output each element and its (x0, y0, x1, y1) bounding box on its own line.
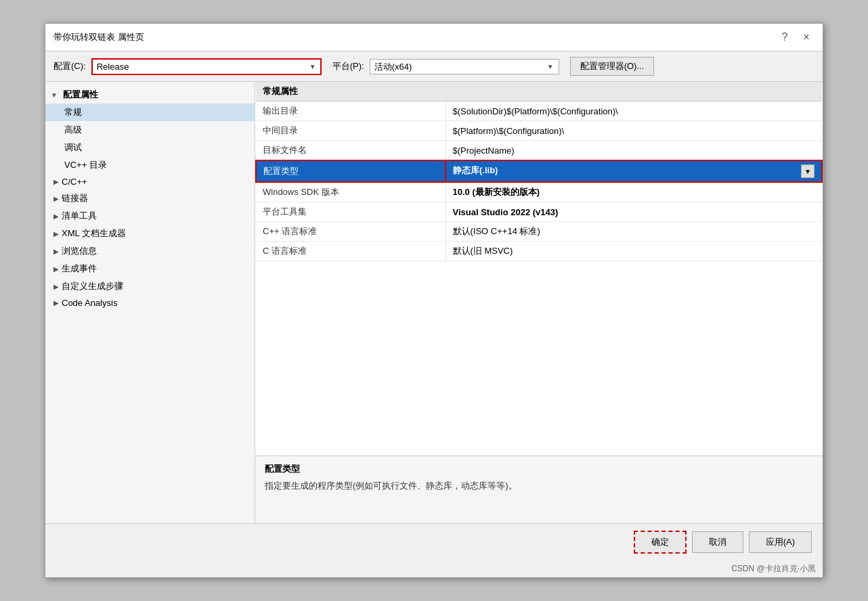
prop-value-sdk-version: 10.0 (最新安装的版本) (446, 182, 822, 202)
title-bar: 带你玩转双链表 属性页 ? × (45, 24, 823, 51)
prop-name-platform-toolset: 平台工具集 (256, 202, 446, 222)
left-panel: 配置属性 常规 高级 调试 VC++ 目录 C/C++ 链接器 清单工具 XML… (45, 82, 255, 523)
prop-row-intermediate-dir[interactable]: 中间目录 $(Platform)\$(Configuration)\ (256, 121, 822, 141)
desc-text: 指定要生成的程序类型(例如可执行文件、静态库，动态库等等)。 (265, 479, 813, 493)
build-events-expand-icon (53, 265, 59, 273)
prop-name-c-standard: C 语言标准 (256, 242, 446, 261)
tree-group-browse-label: 浏览信息 (62, 245, 97, 257)
tree-group-linker[interactable]: 链接器 (45, 190, 255, 207)
tree-group-custom-build-label: 自定义生成步骤 (62, 280, 123, 292)
prop-name-target-name: 目标文件名 (256, 141, 446, 161)
tree-group-build-events[interactable]: 生成事件 (45, 260, 255, 277)
custom-build-expand-icon (53, 283, 59, 290)
xml-expand-icon (53, 230, 59, 238)
prop-value-config-type: 静态库(.lib) ▼ (446, 160, 822, 182)
watermark: CSDN @卡拉肖克·小黑 (45, 560, 823, 577)
prop-value-target-name: $(ProjectName) (446, 141, 822, 161)
prop-value-platform-toolset: Visual Studio 2022 (v143) (446, 202, 822, 222)
prop-name-output-dir: 输出目录 (256, 102, 446, 121)
tree-group-browse[interactable]: 浏览信息 (45, 242, 255, 260)
prop-name-intermediate-dir: 中间目录 (256, 121, 446, 141)
description-panel: 配置类型 指定要生成的程序类型(例如可执行文件、静态库，动态库等等)。 (255, 455, 823, 523)
tree-section-header[interactable]: 配置属性 (45, 86, 255, 104)
main-content: 配置属性 常规 高级 调试 VC++ 目录 C/C++ 链接器 清单工具 XML… (45, 82, 823, 523)
tree-item-general[interactable]: 常规 (45, 104, 255, 121)
help-button[interactable]: ? (777, 29, 793, 45)
prop-value-output-dir: $(SolutionDir)$(Platform)\$(Configuratio… (446, 102, 822, 121)
tree-item-advanced[interactable]: 高级 (45, 121, 255, 139)
property-dialog: 带你玩转双链表 属性页 ? × 配置(C): Release 平台(P): 活动… (45, 23, 823, 578)
tree-group-cpp[interactable]: C/C++ (45, 174, 255, 190)
tree-group-linker-label: 链接器 (62, 192, 88, 204)
platform-select-wrapper: 活动(x64) (370, 59, 559, 74)
prop-row-cpp-standard[interactable]: C++ 语言标准 默认(ISO C++14 标准) (256, 222, 822, 242)
tree-group-xml-label: XML 文档生成器 (62, 227, 126, 240)
code-analysis-expand-icon (53, 299, 59, 307)
prop-value-c-standard: 默认(旧 MSVC) (446, 242, 822, 261)
button-row: 确定 取消 应用(A) (45, 523, 823, 560)
apply-button[interactable]: 应用(A) (749, 531, 812, 553)
right-panel: 常规属性 输出目录 $(SolutionDir)$(Platform)\$(Co… (255, 82, 823, 523)
tree-group-code-analysis-label: Code Analysis (62, 298, 117, 308)
tree-group-build-events-label: 生成事件 (62, 263, 97, 275)
prop-row-sdk-version[interactable]: Windows SDK 版本 10.0 (最新安装的版本) (256, 182, 822, 202)
close-button[interactable]: × (798, 29, 815, 45)
prop-row-c-standard[interactable]: C 语言标准 默认(旧 MSVC) (256, 242, 822, 261)
property-table: 常规属性 输出目录 $(SolutionDir)$(Platform)\$(Co… (255, 82, 823, 261)
prop-row-platform-toolset[interactable]: 平台工具集 Visual Studio 2022 (v143) (256, 202, 822, 222)
browse-expand-icon (53, 248, 59, 255)
tree-group-manifest[interactable]: 清单工具 (45, 207, 255, 225)
cpp-expand-icon (53, 178, 59, 185)
prop-row-target-name[interactable]: 目标文件名 $(ProjectName) (256, 141, 822, 161)
platform-label: 平台(P): (332, 60, 364, 72)
desc-title: 配置类型 (265, 463, 813, 475)
section-collapse-icon (51, 91, 58, 99)
linker-expand-icon (53, 195, 59, 202)
tree-section-label: 配置属性 (63, 89, 98, 101)
prop-section-header: 常规属性 (256, 82, 822, 102)
platform-select[interactable]: 活动(x64) (370, 59, 559, 74)
cancel-button[interactable]: 取消 (692, 531, 743, 553)
dialog-title: 带你玩转双链表 属性页 (53, 31, 144, 43)
tree-item-vc-dirs[interactable]: VC++ 目录 (45, 156, 255, 174)
tree-group-code-analysis[interactable]: Code Analysis (45, 295, 255, 311)
prop-row-config-type[interactable]: 配置类型 静态库(.lib) ▼ (256, 160, 822, 182)
tree-group-manifest-label: 清单工具 (62, 210, 97, 222)
config-select[interactable]: Release (91, 58, 322, 75)
config-select-wrapper: Release (91, 58, 322, 75)
prop-name-sdk-version: Windows SDK 版本 (256, 182, 446, 202)
right-panel-content: 常规属性 输出目录 $(SolutionDir)$(Platform)\$(Co… (255, 82, 823, 455)
prop-row-output-dir[interactable]: 输出目录 $(SolutionDir)$(Platform)\$(Configu… (256, 102, 822, 121)
ok-button[interactable]: 确定 (634, 531, 687, 554)
prop-name-config-type: 配置类型 (256, 160, 446, 182)
manifest-expand-icon (53, 213, 59, 220)
config-type-dropdown-btn[interactable]: ▼ (801, 164, 815, 178)
title-bar-buttons: ? × (777, 29, 815, 45)
prop-name-cpp-standard: C++ 语言标准 (256, 222, 446, 242)
config-manager-button[interactable]: 配置管理器(O)... (570, 57, 655, 76)
toolbar: 配置(C): Release 平台(P): 活动(x64) 配置管理器(O)..… (45, 51, 823, 82)
tree-group-cpp-label: C/C++ (62, 177, 87, 187)
tree-group-custom-build[interactable]: 自定义生成步骤 (45, 277, 255, 295)
config-label: 配置(C): (53, 60, 86, 72)
tree-group-xml[interactable]: XML 文档生成器 (45, 225, 255, 242)
config-group: 配置(C): Release (53, 58, 322, 75)
platform-group: 平台(P): 活动(x64) (332, 59, 559, 74)
prop-value-cpp-standard: 默认(ISO C++14 标准) (446, 222, 822, 242)
prop-value-intermediate-dir: $(Platform)\$(Configuration)\ (446, 121, 822, 141)
tree-item-debug[interactable]: 调试 (45, 139, 255, 156)
